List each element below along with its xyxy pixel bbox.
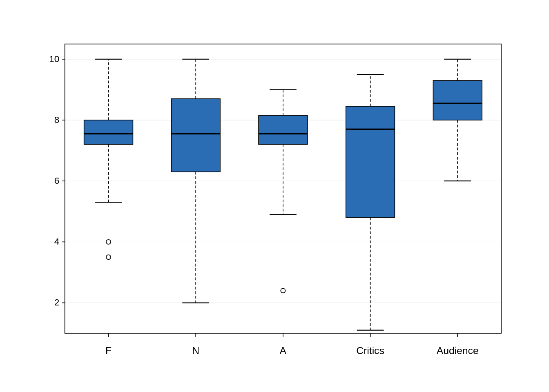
svg-rect-20: [84, 120, 133, 145]
chart-container: 246810FNACriticsAudience: [29, 20, 520, 372]
svg-text:8: 8: [54, 115, 60, 125]
svg-text:10: 10: [49, 54, 59, 64]
svg-text:F: F: [105, 345, 112, 356]
svg-text:2: 2: [54, 297, 60, 307]
svg-rect-47: [346, 107, 395, 218]
svg-rect-38: [259, 116, 308, 145]
svg-text:A: A: [280, 345, 287, 356]
svg-text:4: 4: [54, 236, 60, 247]
chart-inner: 246810FNACriticsAudience: [33, 29, 520, 372]
svg-text:N: N: [192, 345, 199, 356]
svg-rect-30: [171, 99, 220, 172]
svg-text:Critics: Critics: [356, 345, 384, 356]
svg-text:Audience: Audience: [437, 345, 479, 356]
svg-rect-55: [433, 80, 482, 120]
svg-text:6: 6: [54, 176, 60, 186]
boxplot-svg: 246810FNACriticsAudience: [33, 29, 520, 372]
